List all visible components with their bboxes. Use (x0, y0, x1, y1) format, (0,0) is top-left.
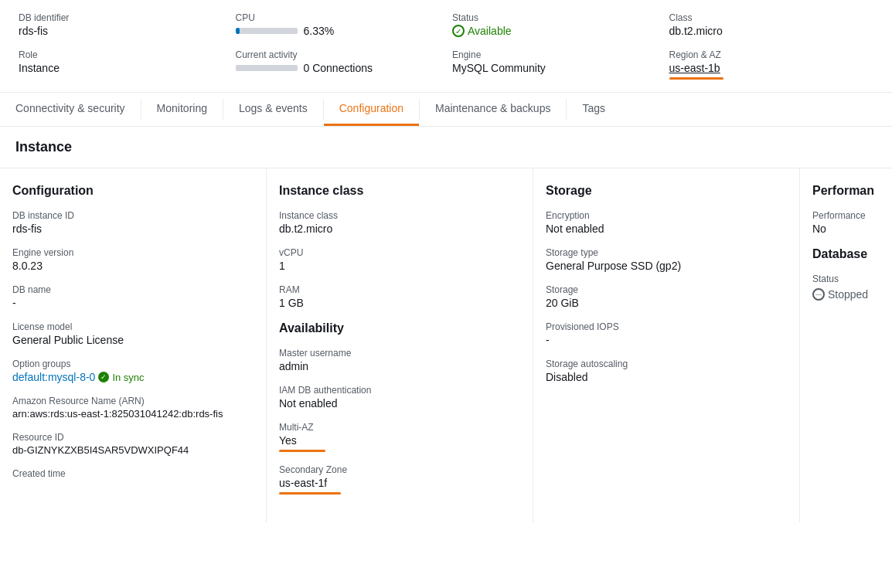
iam-db-auth-label: IAM DB authentication (279, 385, 520, 396)
tab-monitoring[interactable]: Monitoring (141, 93, 223, 126)
region-underline (669, 77, 723, 80)
arn-group: Amazon Resource Name (ARN) arn:aws:rds:u… (12, 396, 254, 420)
class-cell: Class db.t2.micro Region & AZ us-east-1b (663, 9, 880, 83)
storage-type-group: Storage type General Purpose SSD (gp2) (546, 247, 787, 272)
engine-value: MySQL Community (452, 62, 657, 74)
license-model-value: General Public License (12, 334, 254, 346)
status-value: Available (468, 25, 512, 37)
vcpu-value: 1 (279, 260, 520, 272)
secondary-zone-underline (279, 492, 341, 495)
status-available: Available (452, 25, 657, 37)
cpu-percent: 6.33% (304, 25, 335, 37)
secondary-zone-label: Secondary Zone (279, 464, 520, 475)
cpu-label: CPU (236, 12, 441, 23)
availability-title: Availability (279, 321, 520, 335)
instance-class-value: db.t2.micro (279, 223, 520, 235)
db-status-label: Status (812, 274, 880, 284)
top-info-bar: DB identifier rds-fis Role Instance CPU … (0, 0, 892, 93)
tab-tags[interactable]: Tags (567, 93, 621, 126)
db-instance-id-label: DB instance ID (12, 210, 254, 221)
db-status-badge: Stopped (812, 288, 868, 301)
master-username-value: admin (279, 360, 520, 372)
multi-az-group: Multi-AZ Yes (279, 422, 520, 452)
multi-az-label: Multi-AZ (279, 422, 520, 433)
in-sync-text: In sync (112, 372, 144, 383)
performance-insights-value: No (812, 223, 880, 235)
option-groups-badge: default:mysql-8-0 In sync (12, 371, 145, 383)
cpu-bar-container: 6.33% (236, 25, 441, 37)
option-groups-label: Option groups (12, 359, 254, 369)
cpu-bar (236, 28, 298, 34)
status-check-icon (452, 25, 465, 37)
storage-autoscaling-group: Storage autoscaling Disabled (546, 359, 787, 383)
engine-version-label: Engine version (12, 247, 254, 258)
resource-id-value: db-GIZNYKZXB5I4SAR5VDWXIPQF44 (12, 444, 254, 456)
storage-type-value: General Purpose SSD (gp2) (546, 260, 787, 272)
db-name-group: DB name - (12, 284, 254, 309)
resource-id-label: Resource ID (12, 432, 254, 443)
cpu-bar-fill (236, 28, 240, 34)
option-groups-value[interactable]: default:mysql-8-0 (12, 371, 95, 383)
master-username-label: Master username (279, 348, 520, 359)
configuration-title: Configuration (12, 184, 254, 198)
tab-connectivity[interactable]: Connectivity & security (0, 93, 141, 126)
performance-title: Performan (812, 184, 880, 198)
engine-label: Engine (452, 49, 657, 60)
db-identifier-cell: DB identifier rds-fis Role Instance (12, 9, 230, 83)
configuration-section: Configuration DB instance ID rds-fis Eng… (0, 168, 267, 522)
storage-autoscaling-value: Disabled (546, 371, 787, 383)
iam-db-auth-value: Not enabled (279, 397, 520, 410)
instance-class-title: Instance class (279, 184, 520, 198)
db-name-value: - (12, 297, 254, 309)
tabs-container: Connectivity & security Monitoring Logs … (0, 93, 892, 127)
ram-group: RAM 1 GB (279, 284, 520, 309)
ram-label: RAM (279, 284, 520, 295)
arn-label: Amazon Resource Name (ARN) (12, 396, 254, 406)
instance-heading: Instance (0, 127, 892, 168)
current-activity-label: Current activity (236, 49, 441, 60)
storage-group: Storage 20 GiB (546, 284, 787, 309)
tab-logs[interactable]: Logs & events (223, 93, 323, 126)
db-identifier-label: DB identifier (19, 12, 223, 23)
secondary-zone-value: us-east-1f (279, 477, 520, 489)
storage-type-label: Storage type (546, 247, 787, 258)
engine-version-group: Engine version 8.0.23 (12, 247, 254, 272)
secondary-zone-group: Secondary Zone us-east-1f (279, 464, 520, 495)
db-instance-id-group: DB instance ID rds-fis (12, 210, 254, 235)
iam-db-auth-group: IAM DB authentication Not enabled (279, 385, 520, 410)
performance-insights-label: Performance (812, 210, 880, 221)
db-status-value: Stopped (828, 288, 868, 301)
tab-maintenance[interactable]: Maintenance & backups (420, 93, 566, 126)
resource-id-group: Resource ID db-GIZNYKZXB5I4SAR5VDWXIPQF4… (12, 432, 254, 456)
storage-section: Storage Encryption Not enabled Storage t… (533, 168, 800, 522)
master-username-group: Master username admin (279, 348, 520, 372)
status-cell: Status Available Engine MySQL Community (446, 9, 663, 83)
region-az-value: us-east-1b (669, 62, 874, 74)
option-groups-group: Option groups default:mysql-8-0 In sync (12, 359, 254, 383)
encryption-group: Encryption Not enabled (546, 210, 787, 235)
created-time-group: Created time (12, 468, 254, 479)
instance-class-section: Instance class Instance class db.t2.micr… (267, 168, 533, 522)
storage-value: 20 GiB (546, 297, 787, 309)
multi-az-underline (279, 450, 325, 452)
created-time-label: Created time (12, 468, 254, 479)
tab-configuration[interactable]: Configuration (324, 93, 419, 126)
ram-value: 1 GB (279, 297, 520, 309)
storage-autoscaling-label: Storage autoscaling (546, 359, 787, 369)
provisioned-iops-group: Provisioned IOPS - (546, 321, 787, 346)
role-value: Instance (19, 62, 223, 74)
connections-value: 0 Connections (304, 62, 373, 74)
arn-value: arn:aws:rds:us-east-1:825031041242:db:rd… (12, 408, 254, 420)
db-name-label: DB name (12, 284, 254, 295)
storage-label: Storage (546, 284, 787, 295)
db-status-group: Status Stopped (812, 274, 880, 301)
performance-section: Performan Performance No Database Status… (800, 168, 892, 522)
provisioned-iops-label: Provisioned IOPS (546, 321, 787, 332)
in-sync-icon (98, 372, 109, 382)
storage-title: Storage (546, 184, 787, 198)
region-az-label: Region & AZ (669, 49, 874, 60)
encryption-value: Not enabled (546, 223, 787, 235)
config-grid: Configuration DB instance ID rds-fis Eng… (0, 168, 892, 522)
license-model-group: License model General Public License (12, 321, 254, 346)
vcpu-group: vCPU 1 (279, 247, 520, 272)
